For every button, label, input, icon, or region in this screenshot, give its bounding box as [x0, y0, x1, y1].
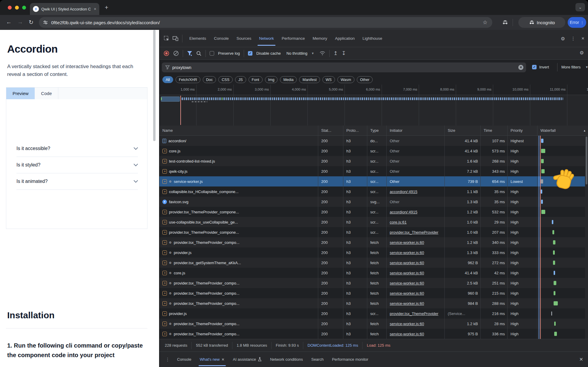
throttling-select[interactable]: No throttling	[287, 51, 307, 56]
drawer-tab-whatsnew[interactable]: What's new✕	[196, 352, 229, 367]
drawer-tab-console[interactable]: Console	[173, 352, 196, 367]
initiator-link[interactable]: service-worker.js:60	[390, 301, 424, 306]
accordion-item[interactable]: Is it animated?	[16, 173, 138, 190]
drawer-kebab-menu-icon[interactable]: ⋮	[163, 357, 172, 362]
site-settings-icon[interactable]	[43, 20, 48, 25]
import-har-icon[interactable]: ↥	[333, 50, 338, 56]
devtools-tab-network[interactable]: Network	[255, 34, 278, 43]
initiator-link[interactable]: service-worker.js:60	[390, 291, 424, 296]
overview-selection[interactable]	[161, 97, 180, 102]
sort-arrow-icon[interactable]: ▲	[583, 129, 586, 132]
devtools-tab-elements[interactable]: Elements	[185, 34, 210, 43]
table-row[interactable]: accordion/200h3do...Other41.4 kB107 msHi…	[159, 136, 588, 146]
initiator-link[interactable]: core.js:61	[390, 220, 406, 224]
initiator-link[interactable]: service-worker.js:60	[390, 322, 424, 326]
close-window-button[interactable]	[8, 6, 12, 10]
column-header-size[interactable]: Size	[445, 126, 481, 135]
column-header-initiator[interactable]: Initiator	[387, 126, 445, 135]
column-header-stat[interactable]: Stat...	[318, 126, 343, 135]
forward-button[interactable]: →	[17, 19, 23, 25]
clear-network-log-icon[interactable]	[173, 51, 179, 56]
drawer-tab-performancemonitor[interactable]: Performance monitor	[328, 352, 372, 367]
inspect-element-icon[interactable]	[164, 36, 170, 42]
devtools-tab-sources[interactable]: Sources	[233, 34, 255, 43]
table-row[interactable]: ‹›⚙provider.tsx_ThemeProvider_compo...20…	[159, 237, 588, 247]
chip-all[interactable]: All	[162, 76, 173, 83]
profile-error-button[interactable]: Error ⋮	[568, 17, 586, 28]
reload-button[interactable]: ↻	[29, 19, 33, 26]
table-row[interactable]: ‹›qwik-city.js200h3scr...Other7.2 kB343 …	[159, 166, 588, 176]
table-row[interactable]: ‹›⚙provider.tsx_getSystemTheme_aKkA...20…	[159, 258, 588, 268]
devtools-tab-memory[interactable]: Memory	[309, 34, 331, 43]
bookmark-star-icon[interactable]: ☆	[483, 19, 488, 26]
table-row[interactable]: favicon.svg200h3svg...Other1.3 kB35 msHi…	[159, 197, 588, 207]
table-row[interactable]: ‹›test-controlled-list-mixed.js200h3scr.…	[159, 156, 588, 166]
more-filters-button[interactable]: More filters	[561, 65, 581, 69]
table-row[interactable]: ‹›⚙provider.tsx_ThemeProvider_compo...20…	[159, 298, 588, 308]
chip-ws[interactable]: WS	[322, 76, 335, 83]
column-header-waterfall[interactable]: Waterfall▲	[537, 126, 588, 135]
export-har-icon[interactable]: ↧	[342, 50, 346, 56]
kebab-menu-icon[interactable]: ⋮	[571, 36, 575, 41]
table-row[interactable]: ‹›use-collapsible.tsx_useCollapsible_ge.…	[159, 217, 588, 227]
drawer-tab-search[interactable]: Search	[307, 352, 328, 367]
search-icon[interactable]	[196, 51, 202, 56]
column-header-proto[interactable]: Proto...	[343, 126, 367, 135]
table-row[interactable]: ‹›core.js200h3scr...Other41.4 kB573 msHi…	[159, 146, 588, 156]
tab-close-icon[interactable]: ×	[94, 7, 96, 11]
chip-other[interactable]: Other	[357, 76, 373, 83]
close-icon[interactable]: ×	[581, 36, 584, 42]
new-tab-button[interactable]: +	[105, 4, 108, 10]
chip-doc[interactable]: Doc	[203, 76, 216, 83]
chip-wasm[interactable]: Wasm	[337, 76, 354, 83]
column-header-priority[interactable]: Priority	[508, 126, 537, 135]
chip-font[interactable]: Font	[249, 76, 263, 83]
address-bar[interactable]: 0f6e2f0b.qwik-ui-site.pages.dev/docs/sty…	[39, 17, 492, 28]
chip-js[interactable]: JS	[235, 76, 246, 83]
table-row[interactable]: ‹›⚙provider.tsx_ThemeProvider_compo...20…	[159, 278, 588, 288]
initiator-link[interactable]: service-worker.js:60	[390, 281, 424, 285]
initiator-link[interactable]: accordion/:4915	[390, 210, 418, 214]
initiator-link[interactable]: service-worker.js:60	[390, 332, 424, 336]
column-header-name[interactable]: Name	[159, 126, 318, 135]
preserve-log-checkbox[interactable]	[210, 51, 214, 56]
tab-search-button[interactable]: ⌄	[575, 3, 585, 11]
clear-filter-icon[interactable]: ✕	[518, 65, 523, 70]
chip-css[interactable]: CSS	[218, 76, 233, 83]
devtools-tab-performance[interactable]: Performance	[278, 34, 309, 43]
kebab-menu-icon[interactable]: ⋮	[580, 20, 584, 25]
network-conditions-icon[interactable]	[319, 51, 325, 56]
chip-fetchxhr[interactable]: Fetch/XHR	[176, 76, 200, 83]
filter-funnel-icon[interactable]	[187, 51, 192, 56]
initiator-link[interactable]: service-worker.js:60	[390, 261, 424, 265]
table-row[interactable]: ‹›provider.js200h3scr...provider.tsx_The…	[159, 308, 588, 319]
drawer-tab-networkconditions[interactable]: Network conditions	[266, 352, 307, 367]
back-button[interactable]: ←	[6, 19, 12, 25]
table-row[interactable]: ‹›⚙provider.tsx_ThemeProvider_compo...20…	[159, 319, 588, 329]
accordion-item[interactable]: Is it accessible?	[16, 140, 138, 157]
chip-media[interactable]: Media	[280, 76, 297, 83]
column-header-time[interactable]: Time	[481, 126, 508, 135]
table-row[interactable]: ‹›⚙provider.js200h3fetchservice-worker.j…	[159, 247, 588, 258]
table-row[interactable]: ‹›⚙service-worker.js200h3scr...Other739 …	[159, 176, 588, 186]
zoom-window-button[interactable]	[22, 6, 26, 10]
column-header-type[interactable]: Type	[367, 126, 387, 135]
network-overview-band[interactable]	[159, 95, 588, 126]
device-toolbar-icon[interactable]	[173, 36, 179, 41]
table-row[interactable]: ‹›provider.tsx_ThemeProvider_compone...2…	[159, 207, 588, 217]
devtools-tab-lighthouse[interactable]: Lighthouse	[359, 34, 386, 43]
accordion-item[interactable]: Is it styled?	[16, 157, 138, 173]
table-row[interactable]: ‹›⚙core.js200h3fetchservice-worker.js:60…	[159, 268, 588, 278]
record-network-log-icon[interactable]	[164, 51, 169, 56]
initiator-link[interactable]: service-worker.js:60	[390, 271, 424, 275]
devtools-tab-application[interactable]: Application	[331, 34, 359, 43]
chip-manifest[interactable]: Manifest	[299, 76, 320, 83]
drawer-tab-aiassistance[interactable]: AI assistance	[229, 352, 266, 367]
initiator-link[interactable]: accordion/:4915	[390, 189, 418, 194]
table-row[interactable]: ‹›⚙provider.tsx_ThemeProvider_compo...20…	[159, 329, 588, 339]
initiator-link[interactable]: service-worker.js:60	[390, 250, 424, 255]
table-row[interactable]: ‹›⚙provider.tsx_ThemeProvider_compo...20…	[159, 288, 588, 298]
minimize-window-button[interactable]	[15, 6, 19, 10]
tab-code[interactable]: Code	[35, 88, 58, 99]
table-row[interactable]: ‹›provider.tsx_ThemeProvider_compone...2…	[159, 227, 588, 237]
